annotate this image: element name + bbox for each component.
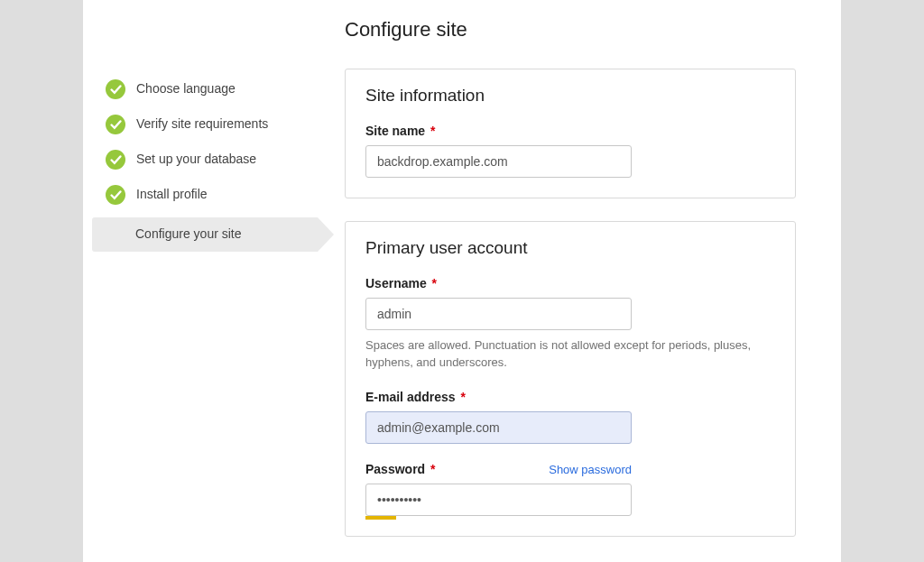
show-password-link[interactable]: Show password [549,463,632,476]
password-label: Password * [365,462,435,476]
step-setup-database: Set up your database [92,143,318,178]
password-row: Password * Show password [365,462,775,516]
install-progress-sidebar: Choose language Verify site requirements… [83,18,318,562]
password-strength-bar [365,516,396,520]
password-input[interactable] [365,484,632,516]
step-label: Configure your site [135,226,242,244]
checkmark-icon [106,185,125,205]
label-text: E-mail address [365,390,456,404]
checkmark-icon [106,79,125,99]
site-information-panel: Site information Site name * [345,69,796,198]
email-row: E-mail address * [365,390,775,444]
step-install-profile: Install profile [92,178,318,213]
username-label: Username * [365,276,437,290]
required-marker: * [430,462,435,476]
step-label: Set up your database [136,151,256,169]
step-configure-site: Configure your site [92,217,318,252]
step-label: Choose language [136,80,236,98]
password-input-wrap [365,484,632,516]
step-label: Verify site requirements [136,115,268,134]
site-name-label: Site name * [365,124,435,138]
checkmark-icon [106,150,125,170]
checkmark-icon [106,115,125,134]
username-row: Username * Spaces are allowed. Punctuati… [365,276,775,372]
required-marker: * [461,390,466,404]
step-list: Choose language Verify site requirements… [92,72,318,252]
page-title: Configure site [345,18,796,41]
username-input[interactable] [365,298,632,330]
step-verify-requirements: Verify site requirements [92,107,318,143]
label-text: Password [365,462,425,476]
panel-legend: Site information [365,86,775,106]
site-name-row: Site name * [365,124,775,178]
site-name-input[interactable] [365,145,632,178]
username-description: Spaces are allowed. Punctuation is not a… [365,337,753,372]
primary-user-account-panel: Primary user account Username * Spaces a… [345,221,796,537]
step-choose-language: Choose language [92,72,318,107]
email-label: E-mail address * [365,390,466,404]
panel-legend: Primary user account [365,238,775,258]
main-content: Configure site Site information Site nam… [318,18,841,562]
step-label: Install profile [136,186,208,204]
label-text: Username [365,276,427,290]
label-text: Site name [365,124,425,138]
required-marker: * [430,124,435,138]
required-marker: * [432,276,437,290]
email-input[interactable] [365,411,632,444]
page-container: Choose language Verify site requirements… [83,0,841,562]
